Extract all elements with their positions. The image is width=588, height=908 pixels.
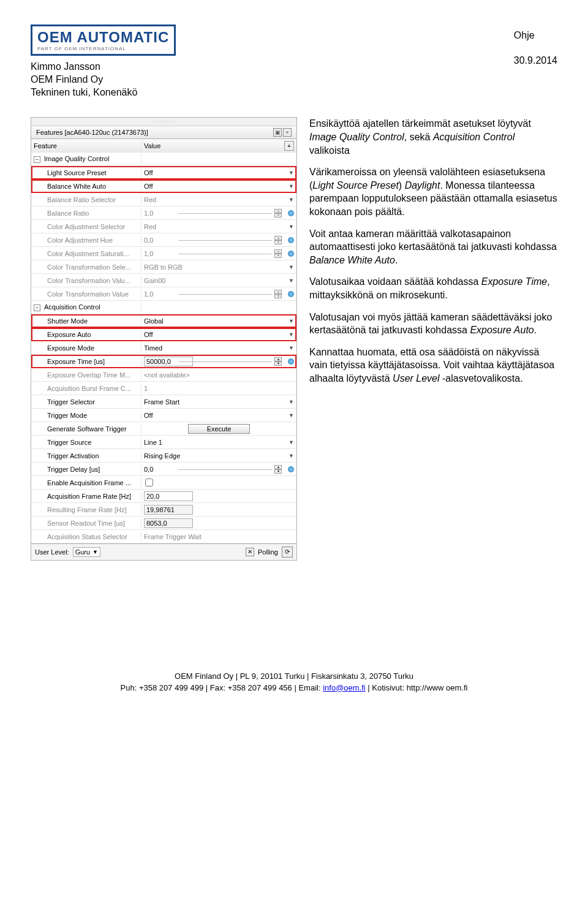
spinner-icon[interactable]: ▴▾: [274, 236, 282, 244]
document-header: OEM AUTOMATIC PART OF OEM INTERNATIONAL …: [31, 25, 557, 99]
slider-handle-icon[interactable]: [288, 251, 294, 257]
dropdown-icon[interactable]: ▼: [288, 453, 294, 459]
slider-handle-icon[interactable]: [288, 237, 294, 243]
header-right: Ohje 30.9.2014: [514, 29, 557, 67]
row-color-adjustment-selector[interactable]: Color Adjustment Selector Red▼: [31, 220, 296, 233]
row-acquisition-frame-rate[interactable]: Acquisition Frame Rate [Hz]: [31, 490, 296, 503]
dropdown-icon[interactable]: ▼: [288, 278, 294, 284]
col-value[interactable]: Value: [144, 142, 160, 149]
spinner-icon[interactable]: ▴▾: [274, 249, 282, 258]
dropdown-icon[interactable]: ▼: [288, 439, 294, 445]
row-resulting-frame-rate: Resulting Frame Rate [Hz]: [31, 503, 296, 516]
user-level-label: User Level:: [35, 548, 69, 556]
row-trigger-selector[interactable]: Trigger Selector Frame Start▼: [31, 395, 296, 409]
author-name: Kimmo Jansson: [31, 61, 294, 74]
spinner-icon[interactable]: ▴▾: [274, 465, 282, 474]
user-level-select[interactable]: Guru ▼: [73, 547, 100, 557]
row-exposure-overlap-time: Exposure Overlap Time M... <not availabl…: [31, 368, 296, 382]
row-shutter-mode[interactable]: Shutter Mode Global▼: [31, 314, 296, 328]
logo-text-top: OEM AUTOMATIC: [37, 29, 169, 46]
row-color-adjustment-hue[interactable]: Color Adjustment Hue 0,0▴▾: [31, 233, 296, 247]
paragraph-5: Valotusajan voi myös jättää kameran sääd…: [309, 311, 557, 337]
panel-bottom-bar: User Level: Guru ▼ ✕ Polling ⟳: [31, 543, 296, 560]
collapse-icon[interactable]: −: [34, 156, 40, 163]
enable-acq-frame-checkbox[interactable]: [145, 479, 153, 486]
dropdown-icon[interactable]: ▼: [288, 224, 294, 230]
section-image-quality-control[interactable]: −Image Quality Control: [31, 153, 296, 166]
panel-titlebar: Features [acA640-120uc (21473673)] ▣ ×: [31, 126, 296, 139]
dropdown-icon[interactable]: ▼: [288, 331, 294, 338]
row-exposure-auto[interactable]: Exposure Auto Off▼: [31, 328, 296, 341]
sensor-readout-field: [144, 518, 193, 528]
row-trigger-delay[interactable]: Trigger Delay [us] 0,0▴▾: [31, 463, 296, 476]
row-light-source-preset[interactable]: Light Source Preset Off▼: [31, 166, 296, 180]
row-sensor-readout-time: Sensor Readout Time [us]: [31, 516, 296, 530]
dropdown-icon[interactable]: ▼: [288, 399, 294, 405]
footer-email-link[interactable]: info@oem.fi: [323, 683, 366, 692]
section-acquisition-control[interactable]: −Acquisition Control: [31, 301, 296, 314]
panel-grip[interactable]: :::::::::: [31, 118, 296, 126]
row-color-adjustment-saturation[interactable]: Color Adjustment Saturati... 1,0▴▾: [31, 247, 296, 260]
panel-title-text: Features [acA640-120uc (21473673)]: [36, 129, 272, 136]
row-generate-software-trigger: Generate Software Trigger Execute: [31, 422, 296, 436]
spinner-icon[interactable]: ▴▾: [274, 357, 282, 366]
polling-refresh-icon[interactable]: ⟳: [282, 547, 293, 558]
polling-label: Polling: [258, 548, 278, 556]
doc-date: 30.9.2014: [514, 55, 557, 67]
slider-handle-icon[interactable]: [288, 466, 294, 472]
logo-text-bottom: PART OF OEM INTERNATIONAL: [37, 46, 169, 51]
row-trigger-mode[interactable]: Trigger Mode Off▼: [31, 409, 296, 422]
properties-grid: Feature Value ▲ −Image Quality Control L…: [31, 139, 296, 543]
acq-frame-rate-input[interactable]: [144, 491, 193, 501]
document-page: OEM AUTOMATIC PART OF OEM INTERNATIONAL …: [0, 0, 588, 718]
paragraph-6: Kannattaa huomata, että osa säädöistä on…: [309, 346, 557, 385]
dropdown-icon[interactable]: ▼: [288, 170, 294, 176]
slider-handle-icon[interactable]: [288, 210, 294, 216]
execute-button[interactable]: Execute: [188, 424, 251, 434]
dropdown-icon[interactable]: ▼: [288, 412, 294, 418]
row-acquisition-status-selector[interactable]: Acquisition Status Selector Frame Trigge…: [31, 530, 296, 543]
spinner-icon[interactable]: ▴▾: [274, 209, 282, 218]
row-balance-ratio-selector[interactable]: Balance Ratio Selector Red▼: [31, 193, 296, 206]
paragraph-4: Valotusaikaa voidaan säätää kohdassa Exp…: [309, 275, 557, 301]
dropdown-icon[interactable]: ▼: [288, 318, 294, 324]
paragraph-1: Ensikäyttöä ajatellen tärkeimmät asetuks…: [309, 117, 557, 157]
row-exposure-time[interactable]: Exposure Time [us] ▴▾: [31, 355, 296, 368]
footer-line2: Puh: +358 207 499 499 | Fax: +358 207 49…: [31, 683, 557, 694]
row-balance-white-auto[interactable]: Balance White Auto Off▼: [31, 180, 296, 193]
polling-close-icon[interactable]: ✕: [246, 548, 254, 556]
row-trigger-source[interactable]: Trigger Source Line 1▼: [31, 436, 296, 449]
dropdown-icon[interactable]: ▼: [288, 183, 294, 189]
row-color-transformation-value[interactable]: Color Transformation Value 1,0▴▾: [31, 287, 296, 301]
panel-close-icon[interactable]: ×: [283, 128, 292, 137]
paragraph-2: Värikameroissa on yleensä valolähteen es…: [309, 165, 557, 218]
row-color-transformation-value-selector[interactable]: Color Transformation Valu... Gain00▼: [31, 274, 296, 287]
grid-header-row: Feature Value ▲: [31, 139, 296, 153]
author-dept: Tekninen tuki, Konenäkö: [31, 86, 294, 99]
panel-pin-icon[interactable]: ▣: [273, 128, 282, 137]
page-footer: OEM Finland Oy | PL 9, 20101 Turku | Fis…: [31, 671, 557, 693]
row-enable-acquisition-frame[interactable]: Enable Acquisition Frame ...: [31, 476, 296, 490]
dropdown-icon[interactable]: ▼: [288, 264, 294, 270]
resulting-frame-rate-field: [144, 505, 193, 515]
author-block: Kimmo Jansson OEM Finland Oy Tekninen tu…: [31, 61, 294, 99]
scroll-up-icon[interactable]: ▲: [284, 141, 294, 151]
header-left: OEM AUTOMATIC PART OF OEM INTERNATIONAL …: [31, 25, 294, 99]
row-trigger-activation[interactable]: Trigger Activation Rising Edge▼: [31, 449, 296, 463]
row-exposure-mode[interactable]: Exposure Mode Timed▼: [31, 341, 296, 355]
collapse-icon[interactable]: −: [34, 305, 40, 311]
col-feature[interactable]: Feature: [31, 141, 141, 151]
spinner-icon[interactable]: ▴▾: [274, 290, 282, 298]
slider-handle-icon[interactable]: [288, 358, 294, 365]
features-panel-screenshot: ::::::::: Features [acA640-120uc (214736…: [31, 117, 297, 561]
author-company: OEM Finland Oy: [31, 74, 294, 86]
dropdown-icon[interactable]: ▼: [288, 197, 294, 203]
dropdown-icon[interactable]: ▼: [288, 345, 294, 351]
footer-line1: OEM Finland Oy | PL 9, 20101 Turku | Fis…: [31, 671, 557, 682]
slider-handle-icon[interactable]: [288, 291, 294, 297]
row-balance-ratio[interactable]: Balance Ratio 1,0▴▾: [31, 206, 296, 220]
explanation-text: Ensikäyttöä ajatellen tärkeimmät asetuks…: [309, 117, 557, 561]
doc-title: Ohje: [514, 29, 557, 42]
paragraph-3: Voit antaa kameran määrittää valkotasapa…: [309, 227, 557, 267]
row-color-transformation-selector[interactable]: Color Transformation Sele... RGB to RGB▼: [31, 260, 296, 274]
